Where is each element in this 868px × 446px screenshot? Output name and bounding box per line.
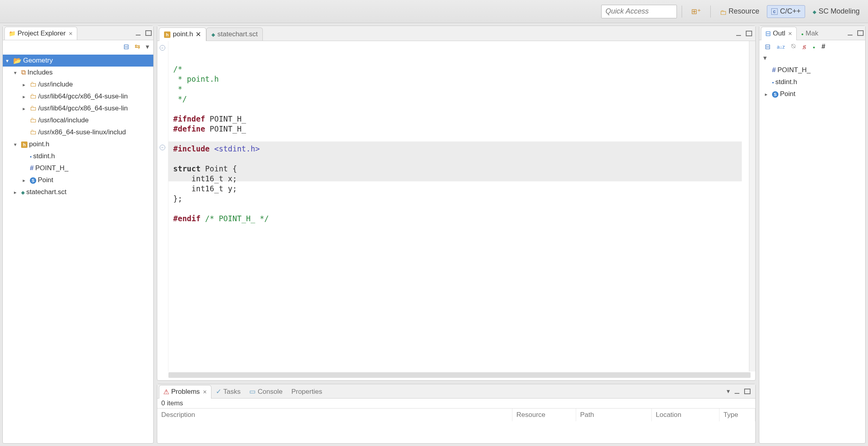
expander-icon[interactable]: ▸ xyxy=(23,82,28,88)
project-explorer-tab[interactable]: Project Explorer ✕ xyxy=(4,27,77,40)
collapse-all-icon[interactable]: ⊟ xyxy=(123,43,129,51)
link-editor-icon[interactable]: ⇆ xyxy=(135,43,140,51)
code-token: #include xyxy=(173,144,210,153)
outline-tab[interactable]: ⊟ Outl ✕ xyxy=(761,27,797,40)
view-menu-icon[interactable] xyxy=(146,43,149,51)
editor-tab-statechart[interactable]: statechart.sct xyxy=(206,28,263,41)
open-perspective-button[interactable]: ⊞⁺ xyxy=(687,5,706,18)
expander-icon[interactable]: ▾ xyxy=(14,141,20,147)
perspective-label: SC Modeling xyxy=(819,7,860,16)
tree-include-path[interactable]: 🗀 /usr/x86_64-suse-linux/includ xyxy=(3,126,153,138)
code-token: * point.h xyxy=(173,75,219,83)
outline-icon: ⊟ xyxy=(765,29,771,38)
tree-include-path[interactable]: 🗀 /usr/local/include xyxy=(3,114,153,126)
tab-label: Problems xyxy=(171,388,200,396)
tree-label: /usr/lib64/gcc/x86_64-suse-lin xyxy=(38,104,128,112)
editor-tab-point-h[interactable]: point.h ✕ xyxy=(159,28,206,41)
problems-table-header: Description Resource Path Location Type xyxy=(157,408,755,421)
close-icon[interactable]: ✕ xyxy=(68,31,73,37)
project-explorer-view: Project Explorer ✕ ⊟ ⇆ ▾ 📂 Geometry xyxy=(2,26,154,444)
expander-icon[interactable]: ▸ xyxy=(23,177,28,183)
include-icon xyxy=(772,78,774,86)
maximize-button[interactable] xyxy=(145,30,152,36)
problems-icon: ⚠ xyxy=(163,388,169,396)
perspective-resource[interactable]: 🗀 Resource xyxy=(716,5,764,18)
close-icon[interactable]: ✕ xyxy=(788,31,792,37)
view-menu-icon[interactable] xyxy=(763,54,767,62)
maximize-button[interactable] xyxy=(744,389,751,394)
tree-macro[interactable]: # POINT_H_ xyxy=(3,162,153,174)
editor-tab-label: statechart.sct xyxy=(217,30,258,38)
col-type[interactable]: Type xyxy=(719,409,755,421)
expander-icon[interactable]: ▸ xyxy=(765,91,770,97)
expander-icon[interactable]: ▸ xyxy=(23,94,28,100)
tree-include-path[interactable]: ▸ 🗀 /usr/lib64/gcc/x86_64-suse-lin xyxy=(3,102,153,114)
nav-folder-icon xyxy=(9,29,16,37)
code-editor[interactable]: /* * point.h * */ #ifndef POINT_H_ #defi… xyxy=(168,41,749,371)
perspective-sc-modeling[interactable]: SC Modeling xyxy=(808,5,864,18)
hide-macros-icon[interactable]: # xyxy=(821,43,825,51)
maximize-button[interactable] xyxy=(857,30,864,36)
fold-icon[interactable]: − xyxy=(160,145,165,150)
hide-static-icon[interactable]: s̷ xyxy=(803,43,806,51)
view-title: Project Explorer xyxy=(18,29,66,37)
vertical-scrollbar[interactable] xyxy=(749,41,755,371)
tree-include-path[interactable]: ▸ 🗀 /usr/lib64/gcc/x86_64-suse-lin xyxy=(3,90,153,102)
code-token: POINT_H_ xyxy=(205,114,246,123)
view-menu-icon[interactable] xyxy=(727,387,730,395)
perspective-label: C/C++ xyxy=(780,7,801,16)
tree-label: Point xyxy=(780,90,796,98)
tree-stdint[interactable]: stdint.h xyxy=(3,150,153,162)
expander-icon[interactable]: ▾ xyxy=(6,58,12,64)
editor-gutter: − − xyxy=(157,41,168,371)
tree-file-statechart[interactable]: ▸ statechart.sct xyxy=(3,186,153,198)
tab-label: Tasks xyxy=(223,388,240,396)
code-token: * xyxy=(173,84,182,93)
sort-icon[interactable]: a↓z xyxy=(777,44,785,50)
tree-label: Geometry xyxy=(23,57,53,65)
tree-label: /usr/lib64/gcc/x86_64-suse-lin xyxy=(38,92,128,100)
tree-include-path[interactable]: ▸ 🗀 /usr/include xyxy=(3,79,153,90)
quick-access-input[interactable] xyxy=(601,5,677,18)
hide-fields-icon[interactable]: ⦰ xyxy=(791,43,796,51)
code-token: Point { xyxy=(201,164,237,173)
include-folder-icon: 🗀 xyxy=(30,128,37,136)
tree-includes[interactable]: ▾ ⧉ Includes xyxy=(3,67,153,79)
tree-file-point-h[interactable]: ▾ point.h xyxy=(3,138,153,150)
outline-point[interactable]: ▸ Point xyxy=(762,88,865,100)
expander-icon[interactable]: ▸ xyxy=(23,106,28,112)
includes-icon: ⧉ xyxy=(21,69,26,77)
code-token: /* xyxy=(173,65,182,73)
perspective-cpp[interactable]: c C/C++ xyxy=(767,5,805,18)
tree-project-geometry[interactable]: ▾ 📂 Geometry xyxy=(3,55,153,67)
fold-icon[interactable]: − xyxy=(160,45,165,51)
minimize-button[interactable] xyxy=(736,35,741,36)
col-description[interactable]: Description xyxy=(157,409,512,421)
tab-problems[interactable]: ⚠ Problems ✕ xyxy=(159,385,211,399)
minimize-button[interactable] xyxy=(735,393,739,394)
outline-macro[interactable]: # POINT_H_ xyxy=(762,64,865,76)
make-tab[interactable]: Mak xyxy=(797,27,823,40)
top-toolbar: ⊞⁺ 🗀 Resource c C/C++ SC Modeling xyxy=(0,0,868,23)
editor-area: point.h ✕ statechart.sct − − xyxy=(157,26,756,381)
tree-struct-point[interactable]: ▸ Point xyxy=(3,174,153,186)
header-file-icon xyxy=(21,140,27,148)
tab-console[interactable]: ▭ Console xyxy=(245,385,287,399)
close-icon[interactable]: ✕ xyxy=(195,30,201,39)
tab-properties[interactable]: Properties xyxy=(287,385,326,399)
close-icon[interactable]: ✕ xyxy=(203,389,207,395)
filter-icon[interactable] xyxy=(813,43,815,51)
horizontal-scrollbar[interactable] xyxy=(168,372,751,378)
col-resource[interactable]: Resource xyxy=(512,409,576,421)
outline-stdint[interactable]: stdint.h xyxy=(762,76,865,88)
minimize-button[interactable] xyxy=(136,35,141,35)
expander-icon[interactable]: ▸ xyxy=(14,189,20,195)
expander-icon[interactable]: ▾ xyxy=(14,70,20,76)
col-path[interactable]: Path xyxy=(576,409,652,421)
tree-label: stdint.h xyxy=(775,78,797,86)
maximize-button[interactable] xyxy=(746,31,752,36)
col-location[interactable]: Location xyxy=(652,409,719,421)
collapse-all-icon[interactable]: ⊟ xyxy=(765,43,770,51)
tab-tasks[interactable]: ✓ Tasks xyxy=(211,385,245,399)
minimize-button[interactable] xyxy=(848,35,852,35)
